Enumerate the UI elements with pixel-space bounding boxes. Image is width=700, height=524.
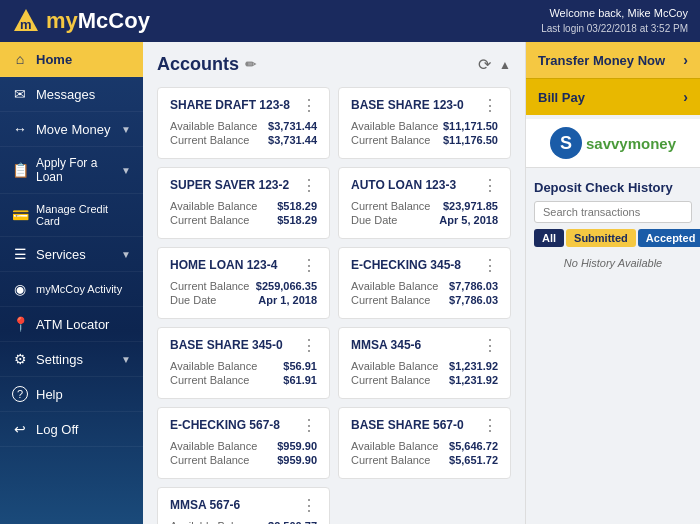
transfer-chevron-icon: › xyxy=(683,52,688,68)
account-label1: Available Balance xyxy=(170,120,257,132)
filter-accepted-button[interactable]: Accepted xyxy=(638,229,700,247)
account-name: MMSA 345-6 xyxy=(351,338,421,352)
sidebar-item-move-money[interactable]: ↔ Move Money ▼ xyxy=(0,112,143,147)
right-panel: Transfer Money Now › Bill Pay › S savvym… xyxy=(525,42,700,524)
sidebar-item-mymccoy[interactable]: ◉ myMcCoy Activity xyxy=(0,272,143,307)
account-value1: $518.29 xyxy=(277,200,317,212)
help-icon: ? xyxy=(12,386,28,402)
savvy-logo: S savvymoney xyxy=(550,127,676,159)
credit-icon: 💳 xyxy=(12,207,28,223)
account-value1: $259,066.35 xyxy=(256,280,317,292)
card-menu-icon[interactable]: ⋮ xyxy=(301,258,317,274)
account-label2: Current Balance xyxy=(170,214,250,226)
account-value2: $11,176.50 xyxy=(443,134,498,146)
bill-pay-chevron-icon: › xyxy=(683,89,688,105)
account-card[interactable]: SUPER SAVER 123-2 ⋮ Available Balance $5… xyxy=(157,167,330,239)
refresh-icon[interactable]: ⟳ xyxy=(478,55,491,74)
account-label2: Current Balance xyxy=(351,134,431,146)
account-value1: $2,500.77 xyxy=(268,520,317,524)
sidebar-item-settings[interactable]: ⚙ Settings ▼ xyxy=(0,342,143,377)
account-value2: $1,231.92 xyxy=(449,374,498,386)
sidebar-item-help[interactable]: ? Help xyxy=(0,377,143,412)
collapse-icon[interactable]: ▲ xyxy=(499,58,511,72)
card-menu-icon[interactable]: ⋮ xyxy=(482,418,498,434)
account-label1: Available Balance xyxy=(170,520,257,524)
transfer-money-button[interactable]: Transfer Money Now › xyxy=(526,42,700,78)
account-name: BASE SHARE 123-0 xyxy=(351,98,464,112)
account-label1: Available Balance xyxy=(170,440,257,452)
account-card[interactable]: MMSA 345-6 ⋮ Available Balance $1,231.92… xyxy=(338,327,511,399)
account-value1: $56.91 xyxy=(283,360,317,372)
sidebar-item-home[interactable]: ⌂ Home xyxy=(0,42,143,77)
account-value1: $5,646.72 xyxy=(449,440,498,452)
sidebar-item-services[interactable]: ☰ Services ▼ xyxy=(0,237,143,272)
bill-pay-button[interactable]: Bill Pay › xyxy=(526,78,700,115)
no-history-text: No History Available xyxy=(534,257,692,269)
account-card[interactable]: AUTO LOAN 123-3 ⋮ Current Balance $23,97… xyxy=(338,167,511,239)
sidebar-item-logoff[interactable]: ↩ Log Off xyxy=(0,412,143,447)
account-label2: Current Balance xyxy=(170,374,250,386)
sidebar-item-messages[interactable]: ✉ Messages xyxy=(0,77,143,112)
account-name: AUTO LOAN 123-3 xyxy=(351,178,456,192)
account-card[interactable]: E-CHECKING 567-8 ⋮ Available Balance $95… xyxy=(157,407,330,479)
card-menu-icon[interactable]: ⋮ xyxy=(301,178,317,194)
card-menu-icon[interactable]: ⋮ xyxy=(301,418,317,434)
account-card[interactable]: BASE SHARE 567-0 ⋮ Available Balance $5,… xyxy=(338,407,511,479)
filter-buttons: All Submitted Accepted xyxy=(534,229,692,247)
savvy-s-icon: S xyxy=(550,127,582,159)
account-label1: Current Balance xyxy=(170,280,250,292)
account-label1: Available Balance xyxy=(351,280,438,292)
chevron-icon: ▼ xyxy=(121,165,131,176)
logo-text: myMcCoy xyxy=(46,8,150,34)
card-menu-icon[interactable]: ⋮ xyxy=(301,98,317,114)
account-value2: $959.90 xyxy=(277,454,317,466)
account-name: BASE SHARE 345-0 xyxy=(170,338,283,352)
chevron-icon: ▼ xyxy=(121,249,131,260)
accounts-grid: SHARE DRAFT 123-8 ⋮ Available Balance $3… xyxy=(157,87,511,524)
card-menu-icon[interactable]: ⋮ xyxy=(301,338,317,354)
atm-icon: 📍 xyxy=(12,316,28,332)
filter-all-button[interactable]: All xyxy=(534,229,564,247)
deposit-section: Deposit Check History All Submitted Acce… xyxy=(526,172,700,524)
account-label2: Current Balance xyxy=(351,374,431,386)
account-value1: $23,971.85 xyxy=(443,200,498,212)
search-input[interactable] xyxy=(534,201,692,223)
account-value2: Apr 5, 2018 xyxy=(439,214,498,226)
account-card[interactable]: BASE SHARE 345-0 ⋮ Available Balance $56… xyxy=(157,327,330,399)
move-money-icon: ↔ xyxy=(12,121,28,137)
chevron-icon: ▼ xyxy=(121,124,131,135)
account-name: HOME LOAN 123-4 xyxy=(170,258,277,272)
account-card[interactable]: E-CHECKING 345-8 ⋮ Available Balance $7,… xyxy=(338,247,511,319)
deposit-title: Deposit Check History xyxy=(534,180,692,195)
account-card[interactable]: SHARE DRAFT 123-8 ⋮ Available Balance $3… xyxy=(157,87,330,159)
messages-icon: ✉ xyxy=(12,86,28,102)
account-value1: $3,731.44 xyxy=(268,120,317,132)
home-icon: ⌂ xyxy=(12,51,28,67)
account-card[interactable]: BASE SHARE 123-0 ⋮ Available Balance $11… xyxy=(338,87,511,159)
card-menu-icon[interactable]: ⋮ xyxy=(301,498,317,514)
account-card[interactable]: MMSA 567-6 ⋮ Available Balance $2,500.77… xyxy=(157,487,330,524)
account-value1: $7,786.03 xyxy=(449,280,498,292)
account-name: E-CHECKING 567-8 xyxy=(170,418,280,432)
sidebar-item-manage-credit[interactable]: 💳 Manage Credit Card xyxy=(0,194,143,237)
savvy-text: savvymoney xyxy=(586,135,676,152)
account-name: SHARE DRAFT 123-8 xyxy=(170,98,290,112)
logo-icon: m xyxy=(12,7,40,35)
card-menu-icon[interactable]: ⋮ xyxy=(482,178,498,194)
account-value2: $518.29 xyxy=(277,214,317,226)
account-name: BASE SHARE 567-0 xyxy=(351,418,464,432)
sidebar-item-atm[interactable]: 📍 ATM Locator xyxy=(0,307,143,342)
logo: m myMcCoy xyxy=(12,7,150,35)
account-card[interactable]: HOME LOAN 123-4 ⋮ Current Balance $259,0… xyxy=(157,247,330,319)
account-label2: Current Balance xyxy=(170,454,250,466)
card-menu-icon[interactable]: ⋮ xyxy=(482,98,498,114)
logoff-icon: ↩ xyxy=(12,421,28,437)
filter-submitted-button[interactable]: Submitted xyxy=(566,229,636,247)
card-menu-icon[interactable]: ⋮ xyxy=(482,258,498,274)
sidebar-item-apply-loan[interactable]: 📋 Apply For a Loan ▼ xyxy=(0,147,143,194)
savvy-money-section[interactable]: S savvymoney xyxy=(526,119,700,168)
account-label1: Available Balance xyxy=(351,120,438,132)
apply-loan-icon: 📋 xyxy=(12,162,28,178)
card-menu-icon[interactable]: ⋮ xyxy=(482,338,498,354)
edit-icon[interactable]: ✏ xyxy=(245,57,256,72)
